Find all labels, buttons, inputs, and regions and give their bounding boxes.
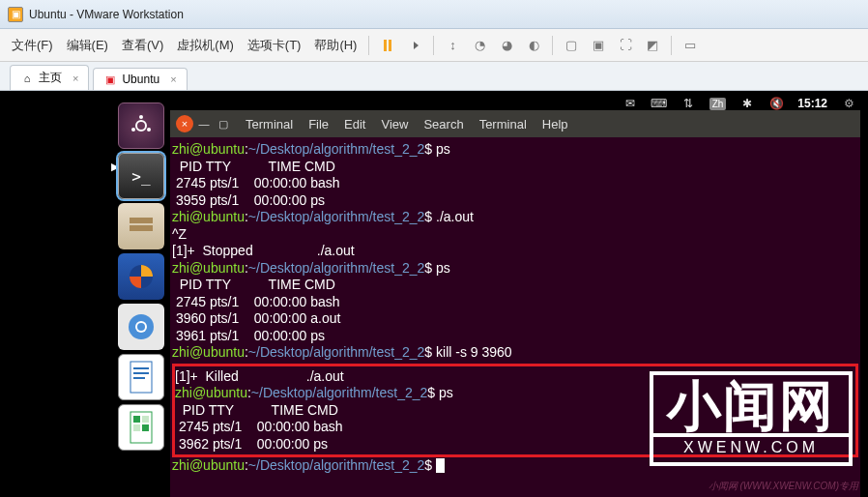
- menu-help[interactable]: 帮助(H): [308, 33, 362, 58]
- fit-window-icon[interactable]: ▣: [586, 33, 611, 58]
- window-controls: × — ▢: [176, 115, 232, 132]
- terminal-body[interactable]: zhi@ubuntu:~/Desktop/algorithm/test_2_2$…: [170, 137, 860, 479]
- vmware-icon: ▣: [8, 7, 23, 22]
- tab-bar: ⌂ 主页 × ▣ Ubuntu ×: [0, 62, 868, 91]
- svg-rect-4: [130, 218, 153, 223]
- tab-home-label: 主页: [39, 70, 62, 86]
- calc-icon[interactable]: [118, 404, 164, 451]
- writer-icon[interactable]: [118, 354, 164, 400]
- svg-rect-13: [133, 377, 145, 379]
- svg-rect-12: [133, 372, 149, 374]
- terminal-menubar: Terminal File Edit View Search Terminal …: [240, 115, 574, 133]
- maximize-icon[interactable]: ▢: [215, 115, 232, 132]
- term-menu-file[interactable]: File: [303, 115, 334, 133]
- vmware-menubar: 文件(F) 编辑(E) 查看(V) 虚拟机(M) 选项卡(T) 帮助(H) ↕ …: [0, 29, 868, 62]
- menu-edit[interactable]: 编辑(E): [61, 33, 114, 58]
- chromium-icon[interactable]: [118, 304, 164, 350]
- separator: [671, 36, 672, 55]
- vm-icon: ▣: [103, 73, 117, 86]
- svg-point-1: [139, 115, 143, 119]
- close-icon[interactable]: ×: [170, 73, 176, 85]
- separator: [433, 36, 434, 55]
- fit-guest-icon[interactable]: ▢: [559, 33, 584, 58]
- network-icon[interactable]: ⇅: [680, 96, 696, 111]
- terminal-header[interactable]: × — ▢ Terminal File Edit View Search Ter…: [170, 110, 860, 137]
- svg-rect-15: [133, 416, 140, 423]
- unity-launcher: >_: [114, 99, 168, 454]
- tab-home[interactable]: ⌂ 主页 ×: [10, 65, 89, 90]
- svg-rect-18: [142, 424, 149, 431]
- unity-icon[interactable]: ◩: [640, 33, 665, 58]
- svg-rect-17: [133, 424, 140, 431]
- home-icon: ⌂: [20, 72, 34, 85]
- input-method-indicator[interactable]: Zh: [709, 98, 727, 110]
- cursor: [436, 458, 445, 473]
- dropdown-icon[interactable]: [402, 33, 427, 58]
- close-icon[interactable]: ×: [72, 73, 78, 84]
- svg-rect-11: [133, 367, 149, 369]
- term-menu-view[interactable]: View: [375, 115, 414, 133]
- menu-view[interactable]: 查看(V): [116, 33, 169, 58]
- snapshot-icon[interactable]: ◔: [467, 33, 492, 58]
- svg-point-3: [131, 128, 135, 132]
- term-menu-search[interactable]: Search: [418, 115, 469, 133]
- gear-icon[interactable]: ⚙: [841, 96, 856, 111]
- window-titlebar: ▣ Ubuntu - VMware Workstation: [0, 0, 868, 29]
- terminal-window: × — ▢ Terminal File Edit View Search Ter…: [170, 110, 860, 497]
- minimize-icon[interactable]: —: [195, 115, 213, 132]
- terminal-icon[interactable]: >_: [118, 153, 164, 199]
- volume-icon[interactable]: 🔇: [768, 96, 784, 111]
- tab-ubuntu[interactable]: ▣ Ubuntu ×: [93, 68, 187, 90]
- term-menu-help[interactable]: Help: [536, 115, 574, 133]
- files-icon[interactable]: [118, 203, 164, 249]
- svg-point-9: [137, 323, 145, 331]
- fullscreen-icon[interactable]: ▭: [678, 33, 703, 58]
- svg-rect-5: [130, 225, 153, 231]
- separator: [552, 36, 553, 55]
- revert-icon[interactable]: ◐: [521, 33, 546, 58]
- close-icon[interactable]: ×: [176, 115, 193, 132]
- term-menu-terminal2[interactable]: Terminal: [474, 115, 533, 133]
- svg-point-0: [136, 121, 146, 131]
- term-menu-terminal[interactable]: Terminal: [240, 115, 299, 133]
- svg-point-2: [147, 128, 151, 132]
- send-ctrlaltdel-icon[interactable]: ↕: [440, 33, 465, 58]
- menu-file[interactable]: 文件(F): [6, 33, 59, 58]
- pause-button[interactable]: [375, 33, 400, 58]
- snapshot-manager-icon[interactable]: ◕: [494, 33, 519, 58]
- window-title: Ubuntu - VMware Workstation: [29, 8, 184, 21]
- mail-icon[interactable]: ✉: [622, 96, 638, 111]
- svg-rect-16: [142, 416, 149, 423]
- dash-icon[interactable]: [118, 102, 164, 149]
- menu-vm[interactable]: 虚拟机(M): [171, 33, 240, 58]
- bluetooth-icon[interactable]: ✱: [739, 96, 755, 111]
- clock[interactable]: 15:12: [797, 97, 827, 110]
- watermark-footer: 小闻网 (WWW.XWENW.COM)专用: [709, 480, 858, 493]
- firefox-icon[interactable]: [118, 253, 164, 300]
- vm-display: ✉ ⌨ ⇅ Zh ✱ 🔇 15:12 ⚙ ▶ >_ × — ▢ Terminal…: [0, 91, 868, 497]
- separator: [368, 36, 369, 55]
- keyboard-icon[interactable]: ⌨: [651, 96, 667, 111]
- highlight-box: [1]+ Killed ./a.outzhi@ubuntu:~/Desktop/…: [172, 364, 858, 458]
- menu-tabs[interactable]: 选项卡(T): [242, 33, 307, 58]
- term-menu-edit[interactable]: Edit: [338, 115, 371, 133]
- tab-ubuntu-label: Ubuntu: [122, 73, 159, 86]
- stretch-icon[interactable]: ⛶: [613, 33, 638, 58]
